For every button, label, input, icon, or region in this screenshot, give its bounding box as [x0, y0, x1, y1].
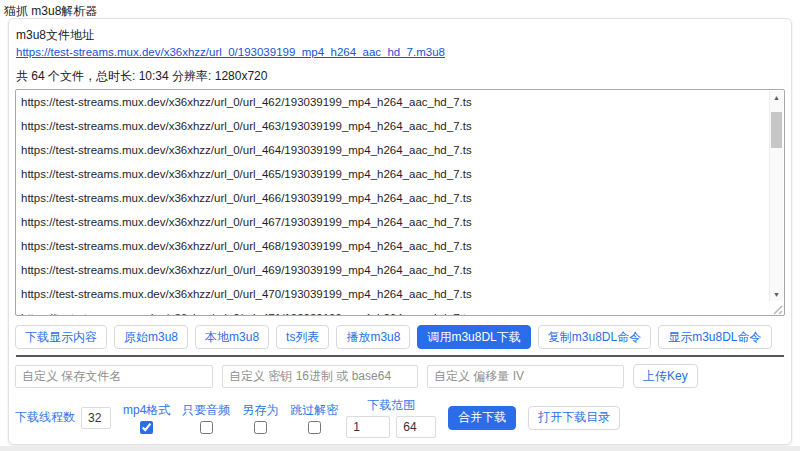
threads-label: 下载线程数	[15, 409, 75, 426]
skip-decrypt-checkbox[interactable]	[308, 421, 321, 434]
scroll-down-icon[interactable]: ▼	[770, 288, 783, 301]
download-controls-row: 下载线程数 mp4格式 只要音频 另存为 跳过解密 下载范围 合并下载 打开下载…	[15, 397, 785, 438]
save-as-checkbox-group: 另存为	[242, 402, 278, 434]
mp4-format-checkbox-group: mp4格式	[123, 402, 170, 434]
merge-download-button[interactable]: 合并下载	[448, 406, 516, 430]
skip-decrypt-checkbox-group: 跳过解密	[290, 402, 338, 434]
show-m3u8dl-command-button[interactable]: 显示m3u8DL命令	[658, 325, 771, 349]
audio-only-checkbox[interactable]	[200, 421, 213, 434]
upload-key-button[interactable]: 上传Key	[633, 364, 698, 388]
parser-panel: m3u8文件地址 https://test-streams.mux.dev/x3…	[8, 18, 792, 445]
m3u8-url-link[interactable]: https://test-streams.mux.dev/x36xhzz/url…	[16, 46, 445, 58]
range-from-input[interactable]	[346, 416, 390, 438]
open-download-folder-button[interactable]: 打开下载目录	[528, 406, 620, 430]
skip-decrypt-label: 跳过解密	[290, 402, 338, 419]
custom-key-input[interactable]	[222, 365, 418, 388]
play-m3u8-button[interactable]: 播放m3u8	[336, 325, 410, 349]
save-as-label: 另存为	[242, 402, 278, 419]
mp4-format-checkbox[interactable]	[140, 421, 153, 434]
scroll-up-icon[interactable]: ▲	[770, 91, 783, 104]
range-to-input[interactable]	[396, 416, 436, 438]
download-range-group: 下载范围	[346, 397, 436, 438]
action-button-row: 下载显示内容 原始m3u8 本地m3u8 ts列表 播放m3u8 调用m3u8D…	[15, 325, 785, 349]
threads-count-input[interactable]	[81, 407, 111, 429]
ts-list-button[interactable]: ts列表	[276, 325, 329, 349]
custom-inputs-row: 上传Key	[15, 364, 785, 388]
audio-only-checkbox-group: 只要音频	[182, 402, 230, 434]
copy-m3u8dl-command-button[interactable]: 复制m3u8DL命令	[538, 325, 651, 349]
custom-iv-input[interactable]	[427, 365, 624, 388]
file-stats-text: 共 64 个文件，总时长: 10:34 分辨率: 1280x720	[16, 68, 785, 85]
audio-only-label: 只要音频	[182, 402, 230, 419]
m3u8-address-label: m3u8文件地址	[16, 27, 785, 44]
local-m3u8-button[interactable]: 本地m3u8	[195, 325, 269, 349]
original-m3u8-button[interactable]: 原始m3u8	[114, 325, 188, 349]
mp4-format-label: mp4格式	[123, 402, 170, 419]
download-shown-content-button[interactable]: 下载显示内容	[15, 325, 107, 349]
page-bottom-strip	[0, 446, 800, 451]
segment-list-content: https://test-streams.mux.dev/x36xhzz/url…	[21, 90, 764, 315]
invoke-m3u8dl-download-button[interactable]: 调用m3u8DL下载	[417, 325, 530, 349]
resize-grip-icon[interactable]	[770, 301, 783, 314]
vertical-scrollbar[interactable]: ▲ ▼	[769, 91, 783, 301]
scrollbar-thumb[interactable]	[771, 112, 782, 148]
save-filename-input[interactable]	[15, 365, 213, 388]
save-as-checkbox[interactable]	[254, 421, 267, 434]
download-range-label: 下载范围	[367, 397, 415, 414]
segment-list-textarea[interactable]: https://test-streams.mux.dev/x36xhzz/url…	[15, 89, 785, 316]
section-divider	[16, 355, 784, 357]
